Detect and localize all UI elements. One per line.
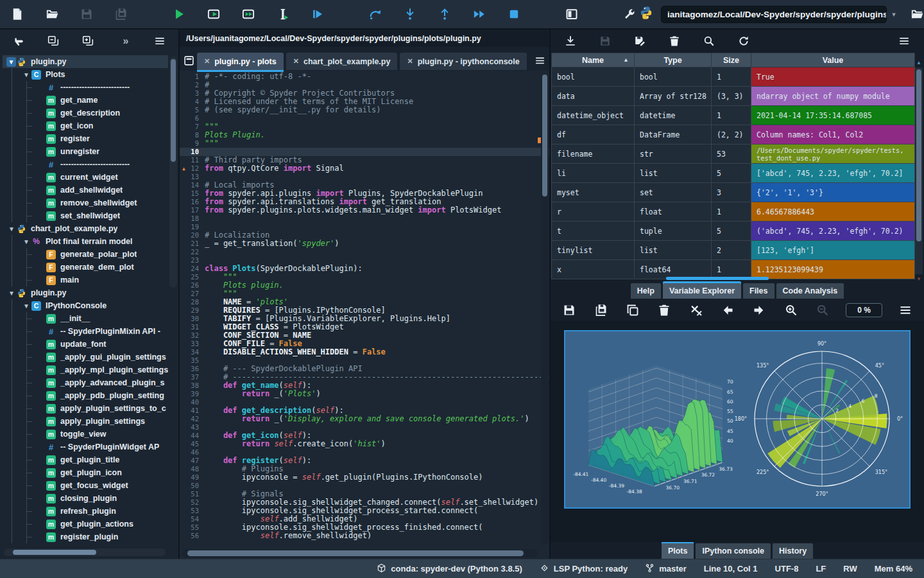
outline-item-_apply_gui_plugin_settings[interactable]: m_apply_gui_plugin_settings: [3, 351, 168, 363]
cell-size[interactable]: 5: [712, 164, 751, 183]
variable-row-r[interactable]: rfloat16.46567886443: [552, 202, 915, 222]
code-line-1[interactable]: 1# -*- coding: utf-8 -*-: [180, 73, 549, 81]
code-line-33[interactable]: 33 CONF_FILE = False: [180, 340, 549, 348]
code-line-37[interactable]: 37 # -----------------------------------…: [180, 373, 549, 381]
status-line-10-col-1[interactable]: Line 10, Col 1: [704, 564, 758, 574]
code-line-29[interactable]: 29 REQUIRES = [Plugins.IPythonConsole]: [180, 306, 549, 315]
code-line-44[interactable]: 44 def get_icon(self):: [180, 432, 549, 440]
outline-item-chart_plot_example-py[interactable]: ▼chart_plot_example.py: [3, 222, 168, 235]
code-line-39[interactable]: 39 return _('Plots'): [180, 390, 549, 398]
cell-value[interactable]: ('abcd', 745, 2.23, 'efgh', 70.2): [751, 222, 915, 241]
cell-type[interactable]: str: [635, 144, 712, 164]
plot-figure[interactable]: 400450500550600650700-84.41-84.40-84.39-…: [564, 330, 911, 509]
go-to-cursor-button[interactable]: [9, 31, 28, 51]
status-rw[interactable]: RW: [843, 564, 857, 574]
code-line-4[interactable]: 4# Licensed under the terms of the MIT L…: [180, 98, 549, 106]
close-tab-icon[interactable]: ✕: [407, 57, 413, 66]
code-line-13[interactable]: 13: [180, 173, 549, 181]
variable-row-t[interactable]: ttuple5('abcd', 745, 2.23, 'efgh', 70.2): [552, 222, 915, 241]
ve-menu-button[interactable]: [894, 31, 914, 51]
cell-value[interactable]: 2021-04-14 17:35:14.687085: [751, 106, 915, 125]
cell-type[interactable]: float64: [635, 260, 712, 279]
cell-value[interactable]: [123, 'efgh']: [751, 241, 915, 260]
cell-size[interactable]: 1: [712, 106, 751, 125]
browse-tabs-button[interactable]: [184, 55, 194, 68]
cell-type[interactable]: DataFrame: [635, 125, 712, 144]
outline-item--[interactable]: #--------------------------: [3, 81, 168, 94]
cell-size[interactable]: 1: [712, 260, 751, 279]
outline-item-plots[interactable]: ▼CPlots: [3, 68, 168, 81]
cell-size[interactable]: 1: [712, 202, 751, 222]
code-line-47[interactable]: 47 def register(self):: [180, 457, 549, 465]
save-data-button[interactable]: [595, 31, 615, 51]
outline-item-get_description[interactable]: mget_description: [3, 107, 168, 119]
code-line-34[interactable]: 34 DISABLE_ACTIONS_WHEN_HIDDEN = False: [180, 348, 549, 356]
code-line-11[interactable]: 11# Third party imports: [180, 156, 549, 164]
code-line-16[interactable]: 16from spyder.api.translations import ge…: [180, 198, 549, 206]
code-line-28[interactable]: 28 NAME = 'plots': [180, 298, 549, 306]
code-line-52[interactable]: 52 ipyconsole.sig_shellwidget_changed.co…: [180, 498, 549, 507]
maximize-pane-button[interactable]: [562, 4, 581, 24]
expander-chevron-icon[interactable]: ▼: [21, 71, 31, 78]
editor-tab-chart-plot-example-py[interactable]: ✕chart_plot_example.py: [286, 53, 398, 70]
status-lf[interactable]: LF: [816, 564, 826, 574]
previous-plot-button[interactable]: [719, 301, 736, 320]
code-line-21[interactable]: 21_ = get_translation('spyder'): [180, 240, 549, 248]
editor-vertical-scrollbar[interactable]: [541, 73, 549, 545]
outline-item-generate_dem_plot[interactable]: Fgenerate_dem_plot: [3, 261, 168, 274]
save-plot-button[interactable]: [561, 301, 578, 320]
tab-files[interactable]: Files: [743, 283, 774, 299]
outline-item-unregister[interactable]: munregister: [3, 145, 168, 158]
outline-item-plugin-py[interactable]: ▼plugin.py: [3, 286, 168, 299]
cell-name[interactable]: r: [552, 202, 635, 222]
outline-item-get_plugin_title[interactable]: mget_plugin_title: [3, 453, 168, 466]
cell-type[interactable]: tuple: [635, 222, 712, 241]
outline-item-_apply_advanced_plugin_s[interactable]: m_apply_advanced_plugin_s: [3, 376, 168, 389]
code-line-40[interactable]: 40: [180, 398, 549, 407]
code-line-30[interactable]: 30 TABIFY = [Plugins.VariableExplorer, P…: [180, 315, 549, 323]
next-plot-button[interactable]: [751, 301, 767, 320]
cell-value[interactable]: Column names: Col1, Col2: [751, 125, 915, 144]
status-mem-64-[interactable]: Mem 64%: [875, 564, 912, 574]
code-line-20[interactable]: 20# Localization: [180, 231, 549, 240]
tab-code-analysis[interactable]: Code Analysis: [776, 283, 844, 299]
code-line-15[interactable]: 15from spyder.api.plugins import Plugins…: [180, 189, 549, 198]
code-line-8[interactable]: 8Plots Plugin.: [180, 131, 549, 139]
code-line-26[interactable]: 26 Plots plugin.: [180, 281, 549, 290]
code-line-17[interactable]: 17from spyder.plugins.plots.widgets.main…: [180, 206, 549, 215]
cell-type[interactable]: set: [635, 183, 712, 202]
code-line-56[interactable]: 56 self.remove_shellwidget): [180, 532, 549, 540]
code-line-51[interactable]: 51 # Signals: [180, 490, 549, 498]
tab-ipython-console[interactable]: IPython console: [696, 543, 771, 559]
cell-type[interactable]: bool: [635, 67, 712, 87]
outline-item-_apply_mpl_plugin_settings[interactable]: m_apply_mpl_plugin_settings: [3, 363, 168, 376]
zoom-in-plot-button[interactable]: [783, 301, 800, 320]
outline-item-generate_polar_plot[interactable]: Fgenerate_polar_plot: [3, 248, 168, 261]
status-utf-8[interactable]: UTF-8: [775, 564, 799, 574]
outline-item-ipythonconsole[interactable]: ▼CIPythonConsole: [3, 299, 168, 312]
outline-item-current_widget[interactable]: mcurrent_widget: [3, 171, 168, 184]
cell-value[interactable]: 6.46567886443: [751, 202, 915, 222]
tab-history[interactable]: History: [773, 543, 813, 559]
code-editor[interactable]: 1# -*- coding: utf-8 -*-2#3# Copyright ©…: [180, 71, 549, 547]
outline-item-register_plugin[interactable]: mregister_plugin: [3, 530, 168, 543]
cell-name[interactable]: tinylist: [552, 241, 635, 260]
outline-item-plot-final-terrain-model[interactable]: ▼%Plot final terrain model: [3, 235, 168, 248]
code-line-45[interactable]: 45 return self.create_icon('hist'): [180, 440, 549, 448]
code-line-46[interactable]: 46: [180, 448, 549, 457]
code-line-49[interactable]: 49 ipyconsole = self.get_plugin(Plugins.…: [180, 473, 549, 482]
expander-chevron-icon[interactable]: ▼: [6, 57, 16, 67]
cell-name[interactable]: filename: [552, 144, 635, 164]
outline-item-_apply_pdb_plugin_setting[interactable]: m_apply_pdb_plugin_setting: [3, 389, 168, 402]
outline-item-register[interactable]: mregister: [3, 132, 168, 145]
variable-row-x[interactable]: xfloat6411.1235123099439: [552, 260, 915, 279]
cell-type[interactable]: Array of str128: [635, 87, 712, 106]
outline-item-get_name[interactable]: mget_name: [3, 94, 168, 107]
code-line-55[interactable]: 55 ipyconsole.sig_shellwidget_process_fi…: [180, 523, 549, 532]
debug-file-button[interactable]: [308, 4, 327, 24]
collapse-all-button[interactable]: [44, 31, 63, 51]
cell-type[interactable]: float: [635, 202, 712, 222]
outline-item-get_plugin_icon[interactable]: mget_plugin_icon: [3, 466, 168, 479]
variable-row-data[interactable]: dataArray of str128(3, 3)ndarray object …: [552, 87, 915, 106]
column-header-name[interactable]: Name▲: [552, 53, 635, 67]
